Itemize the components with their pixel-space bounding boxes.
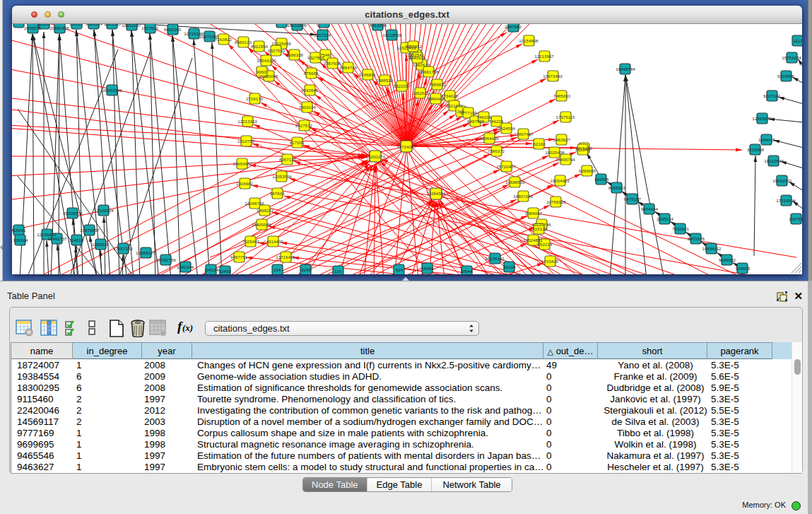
svg-text:10782759: 10782759	[156, 257, 176, 262]
svg-text:16848784: 16848784	[616, 66, 635, 71]
svg-text:939164: 939164	[13, 238, 28, 243]
svg-text:15720407: 15720407	[496, 164, 516, 169]
svg-text:1733426: 1733426	[541, 259, 559, 264]
svg-text:20053346: 20053346	[102, 88, 122, 93]
svg-text:16210643: 16210643	[764, 158, 784, 163]
svg-text:10154808: 10154808	[519, 38, 539, 43]
svg-text:17016504: 17016504	[776, 198, 796, 203]
svg-text:17975115: 17975115	[555, 115, 575, 119]
svg-text:303117: 303117	[69, 24, 84, 26]
svg-text:8912954: 8912954	[251, 44, 269, 49]
svg-text:17339924: 17339924	[94, 208, 114, 213]
svg-text:9146821: 9146821	[359, 72, 377, 77]
svg-text:88120: 88120	[37, 24, 50, 26]
svg-text:116753: 116753	[789, 216, 802, 221]
svg-text:12213363: 12213363	[237, 119, 257, 124]
svg-text:9245052: 9245052	[719, 257, 736, 262]
svg-text:8640910: 8640910	[408, 55, 426, 60]
svg-text:1588520: 1588520	[376, 78, 394, 83]
svg-text:875685: 875685	[304, 71, 319, 76]
svg-text:164095: 164095	[594, 177, 609, 182]
svg-text:6497568: 6497568	[467, 119, 485, 124]
svg-text:19384554: 19384554	[426, 191, 446, 196]
svg-text:7386372: 7386372	[488, 148, 505, 153]
svg-text:20944: 20944	[460, 269, 473, 274]
svg-text:15226058: 15226058	[271, 41, 291, 46]
svg-text:1042344: 1042344	[177, 264, 194, 269]
svg-text:26206576: 26206576	[63, 211, 83, 216]
svg-text:9245: 9245	[301, 267, 311, 272]
svg-text:7485063: 7485063	[553, 93, 571, 98]
svg-text:8660123: 8660123	[235, 40, 252, 45]
svg-text:1244415: 1244415	[758, 137, 776, 142]
svg-text:10958127: 10958127	[136, 250, 155, 255]
svg-text:2718170: 2718170	[246, 96, 264, 101]
svg-text:17957253: 17957253	[113, 246, 133, 251]
svg-text:18807249: 18807249	[513, 194, 533, 199]
svg-text:92450: 92450	[218, 269, 231, 274]
svg-text:10975857: 10975857	[80, 228, 100, 233]
svg-text:815001: 815001	[12, 228, 26, 233]
svg-text:13716485: 13716485	[276, 255, 295, 259]
svg-text:7163822: 7163822	[215, 37, 233, 42]
svg-text:10653287: 10653287	[122, 24, 141, 28]
svg-text:1010755: 1010755	[237, 139, 255, 144]
svg-text:9093: 9093	[257, 69, 266, 74]
svg-text:5322037: 5322037	[394, 83, 411, 88]
svg-text:1527602: 1527602	[141, 25, 159, 30]
svg-text:8813054: 8813054	[370, 24, 387, 28]
svg-text:6466160: 6466160	[164, 27, 182, 32]
svg-text:104: 104	[273, 267, 281, 272]
svg-text:3357224: 3357224	[314, 33, 331, 37]
svg-text:9084067: 9084067	[525, 211, 543, 216]
svg-text:9457791: 9457791	[230, 255, 248, 259]
svg-text:1112: 1112	[794, 38, 802, 43]
svg-text:114519: 114519	[69, 238, 84, 243]
svg-text:8454749: 8454749	[340, 65, 358, 70]
svg-text:10025438: 10025438	[545, 150, 565, 155]
svg-text:2803144: 2803144	[299, 105, 317, 110]
svg-text:2935114: 2935114	[657, 216, 673, 221]
svg-text:9605324: 9605324	[86, 24, 103, 26]
svg-text:1615132: 1615132	[530, 226, 548, 231]
svg-text:19218506: 19218506	[382, 33, 402, 37]
svg-text:8471676: 8471676	[688, 236, 705, 241]
svg-text:15751074: 15751074	[782, 55, 801, 60]
svg-text:12213967: 12213967	[534, 54, 554, 59]
svg-text:19654923: 19654923	[550, 178, 570, 183]
svg-text:10973493: 10973493	[543, 74, 563, 78]
svg-text:311340: 311340	[575, 147, 590, 152]
svg-text:9327503: 9327503	[268, 48, 286, 53]
svg-text:1498222: 1498222	[257, 208, 274, 213]
svg-text:1001565: 1001565	[104, 24, 122, 26]
svg-text:2221: 2221	[13, 24, 23, 25]
svg-text:15300273: 15300273	[365, 154, 385, 159]
svg-text:19654987: 19654987	[233, 161, 252, 166]
svg-text:12353594: 12353594	[272, 174, 292, 179]
svg-text:9474444: 9474444	[641, 206, 659, 211]
svg-text:10756928: 10756928	[546, 199, 566, 204]
svg-text:8938923: 8938923	[608, 185, 626, 190]
svg-text:10961758: 10961758	[419, 69, 439, 74]
svg-text:252214: 252214	[538, 242, 553, 247]
svg-text:3215958: 3215958	[747, 147, 765, 152]
svg-text:2367608: 2367608	[324, 61, 341, 66]
svg-text:14914409: 14914409	[264, 239, 283, 244]
svg-text:8427512: 8427512	[295, 123, 313, 128]
svg-text:104234: 104234	[204, 267, 219, 272]
svg-text:18724007: 18724007	[396, 144, 416, 149]
svg-text:7632621: 7632621	[672, 226, 690, 231]
svg-text:12942737: 12942737	[47, 236, 67, 241]
svg-text:817006: 817006	[290, 140, 305, 145]
svg-text:6734028: 6734028	[441, 93, 459, 98]
svg-text:7625402: 7625402	[242, 239, 260, 244]
svg-text:9777169: 9777169	[460, 110, 478, 115]
svg-text:10543342: 10543342	[257, 58, 276, 63]
svg-text:1621072: 1621072	[446, 103, 464, 108]
svg-text:18495794: 18495794	[555, 157, 575, 162]
svg-text:1916682: 1916682	[236, 181, 254, 186]
svg-text:8186328: 8186328	[286, 52, 304, 57]
svg-text:924505: 924505	[736, 266, 751, 271]
svg-text:12093872: 12093872	[752, 116, 772, 121]
svg-text:20891406: 20891406	[49, 25, 69, 30]
